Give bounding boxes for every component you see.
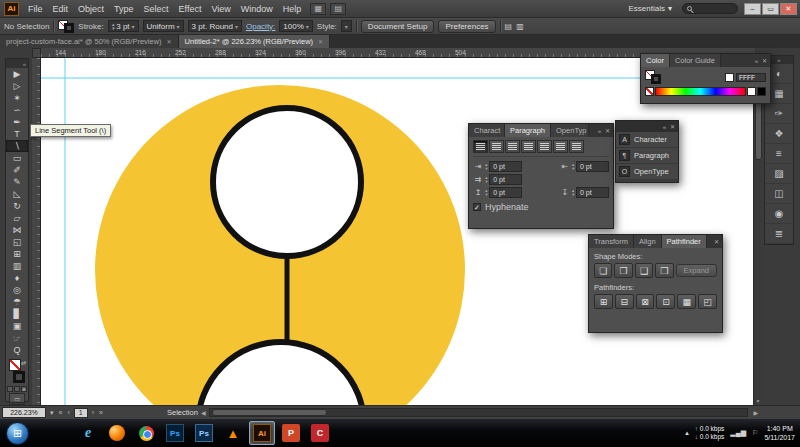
width-tool[interactable]: ⋈ [6,224,28,236]
zoom-dropdown-icon[interactable]: ▾ [49,409,55,417]
opacity-link[interactable]: Opacity: [246,22,275,31]
menu-select[interactable]: Select [139,4,174,14]
artboard-tool[interactable]: ▣ [6,320,28,332]
taskbar-chrome[interactable] [133,421,159,445]
chevron-down-icon[interactable]: ▾ [306,23,309,30]
close-icon[interactable]: ✕ [714,238,719,245]
style-dropdown[interactable]: ▾ [341,20,352,32]
none-mode-button[interactable]: ⊘ [21,386,27,392]
tab-align[interactable]: Align [634,235,662,248]
vertical-scrollbar[interactable]: ▲ ▼ [753,58,762,405]
menu-window[interactable]: Window [236,4,278,14]
close-icon[interactable]: ✕ [762,57,767,64]
tab-character[interactable]: Charact [469,124,505,137]
maximize-button[interactable]: ▭ [762,3,779,15]
close-icon[interactable]: ✕ [167,38,172,45]
black-swatch[interactable] [757,87,766,96]
divide-button[interactable]: ⊞ [594,294,613,309]
hex-field[interactable]: FFFF [725,73,766,82]
none-swatch[interactable] [645,87,654,96]
type-tool[interactable]: T [6,128,28,140]
spin-down-icon[interactable]: ▾ [485,167,487,171]
align-icon[interactable]: ▤ [505,22,513,31]
magic-wand-tool[interactable]: ✶ [6,92,28,104]
document-tab-2[interactable]: Untitled-2* @ 226.23% (RGB/Preview) ✕ [179,35,331,48]
fill-stroke-indicator[interactable] [645,70,661,84]
color-mode-button[interactable] [7,386,13,392]
scroll-down-icon[interactable]: ▼ [756,397,761,405]
collapse-icon[interactable]: « [663,124,666,130]
pen-tool[interactable]: ✒ [6,116,28,128]
zoom-tool[interactable]: Q [6,344,28,356]
taskbar-clock[interactable]: 1:40 PM 5/11/2017 [764,424,795,442]
paintbrush-tool[interactable]: ✐ [6,164,28,176]
eraser-tool[interactable]: ◺ [6,188,28,200]
stroke-weight-value[interactable]: 3 pt [116,22,129,31]
justify-right-button[interactable] [553,140,568,153]
symbol-sprayer-tool[interactable]: ☂ [6,296,28,308]
right-indent-field[interactable]: ⇤ ▴▾ 0 pt [560,161,609,172]
spin-down-icon[interactable]: ▾ [112,26,115,30]
pencil-tool[interactable]: ✎ [6,176,28,188]
tab-transform[interactable]: Transform [589,235,634,248]
menu-file[interactable]: File [23,4,48,14]
head-circle[interactable] [213,108,361,256]
rectangle-tool[interactable]: ▭ [6,152,28,164]
stepper[interactable]: ▴▾ [485,176,487,184]
close-icon[interactable]: ✕ [318,38,323,45]
gradient-panel-icon[interactable]: ▨ [765,164,793,184]
brushes-panel-icon[interactable]: ✑ [765,104,793,124]
minus-front-button[interactable]: ❐ [614,263,632,278]
first-artboard-icon[interactable]: « [58,409,64,416]
arrange-documents-icon[interactable]: ▤ [330,3,346,15]
stepper[interactable]: ▴▾ [485,189,487,197]
artboard-number-field[interactable]: 1 [74,408,88,418]
menu-edit[interactable]: Edit [48,4,74,14]
first-line-indent-value[interactable]: 0 pt [489,174,522,185]
tab-paragraph[interactable]: Paragraph [505,124,551,137]
chevron-down-icon[interactable]: ▾ [177,23,180,30]
left-indent-field[interactable]: ⇥ ▴▾ 0 pt [473,161,522,172]
spin-down-icon[interactable]: ▾ [485,180,487,184]
network-icon[interactable]: ▂▄▆ [730,429,746,437]
stroke-color-swatch[interactable] [13,371,25,383]
last-artboard-icon[interactable]: » [98,409,104,416]
panel-menu-icon[interactable]: » [755,58,758,64]
justify-center-button[interactable] [537,140,552,153]
crop-button[interactable]: ⊡ [656,294,675,309]
brush-definition-dropdown[interactable]: 3 pt. Round ▾ [188,20,242,32]
panel-menu-icon[interactable]: » [598,128,601,134]
menu-object[interactable]: Object [73,4,109,14]
menu-effect[interactable]: Effect [174,4,207,14]
color-spectrum[interactable] [655,87,746,96]
vertical-ruler[interactable] [32,58,41,405]
artboard[interactable] [41,58,753,405]
tab-color[interactable]: Color [641,54,670,67]
spin-down-icon[interactable]: ▾ [572,167,574,171]
lasso-tool[interactable]: ∽ [6,104,28,116]
workspace-switcher[interactable]: Essentials ▾ [625,4,676,13]
stroke-weight-stepper[interactable]: ▴▾ [112,22,115,30]
intersect-button[interactable]: ❑ [635,263,653,278]
right-indent-value[interactable]: 0 pt [576,161,609,172]
ruler-origin-corner[interactable] [32,48,41,58]
network-speed-monitor[interactable]: ↑ 0.0 kbps ↓ 0.0 kbps [695,425,725,441]
align-left-button[interactable] [473,140,488,153]
previous-artboard-icon[interactable]: ‹ [66,409,70,416]
appearance-panel-icon[interactable]: ◉ [765,204,793,224]
merge-button[interactable]: ⊠ [636,294,655,309]
taskbar-firefox[interactable] [104,421,130,445]
horizontal-scrollbar[interactable] [209,408,749,417]
fill-stroke-proxy[interactable] [58,20,74,33]
minimize-button[interactable]: – [744,3,761,15]
layout-grid-icon[interactable]: ▦ [310,3,326,15]
blend-tool[interactable]: ◎ [6,284,28,296]
hyphenate-checkbox[interactable]: ✓ [473,203,481,211]
hex-value[interactable]: FFFF [736,73,766,82]
opacity-value[interactable]: 100% [283,22,303,31]
app-logo-icon[interactable]: Ai [4,2,19,16]
zoom-level-field[interactable]: 226.23% [2,407,46,418]
expand-button[interactable]: Expand [676,264,717,277]
width-profile-dropdown[interactable]: Uniform ▾ [143,20,184,32]
mesh-tool[interactable]: ⊞ [6,248,28,260]
